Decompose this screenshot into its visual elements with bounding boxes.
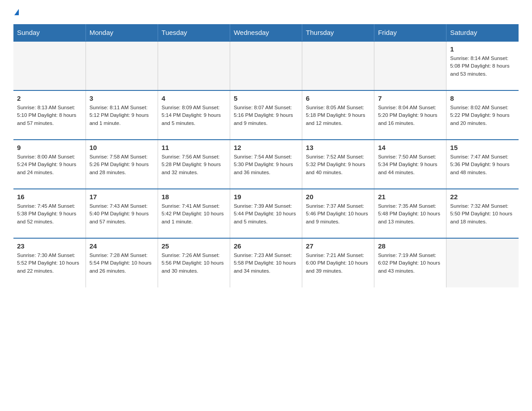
- page-header: [13, 9, 519, 15]
- day-number: 8: [450, 94, 515, 102]
- weekday-header-friday: Friday: [374, 24, 446, 41]
- day-number: 23: [17, 242, 82, 250]
- calendar-cell: 9Sunrise: 8:00 AM Sunset: 5:24 PM Daylig…: [13, 140, 86, 189]
- logo-triangle-icon: [14, 9, 19, 15]
- day-number: 11: [162, 144, 226, 151]
- day-number: 20: [306, 193, 370, 201]
- calendar-cell: [374, 41, 446, 90]
- calendar-cell: [86, 41, 158, 90]
- day-info: Sunrise: 7:56 AM Sunset: 5:28 PM Dayligh…: [162, 153, 226, 176]
- calendar-cell: 7Sunrise: 8:04 AM Sunset: 5:20 PM Daylig…: [374, 90, 446, 140]
- calendar-cell: [446, 238, 519, 287]
- day-number: 19: [234, 193, 298, 201]
- calendar-cell: 5Sunrise: 8:07 AM Sunset: 5:16 PM Daylig…: [230, 90, 302, 140]
- calendar-cell: 24Sunrise: 7:28 AM Sunset: 5:54 PM Dayli…: [86, 238, 158, 287]
- calendar-week-2: 2Sunrise: 8:13 AM Sunset: 5:10 PM Daylig…: [13, 90, 519, 140]
- day-number: 14: [378, 144, 442, 151]
- calendar-cell: 15Sunrise: 7:47 AM Sunset: 5:36 PM Dayli…: [446, 140, 519, 189]
- calendar-cell: 20Sunrise: 7:37 AM Sunset: 5:46 PM Dayli…: [302, 189, 374, 238]
- day-info: Sunrise: 7:52 AM Sunset: 5:32 PM Dayligh…: [306, 153, 370, 176]
- weekday-header-monday: Monday: [86, 24, 158, 41]
- calendar-cell: 19Sunrise: 7:39 AM Sunset: 5:44 PM Dayli…: [230, 189, 302, 238]
- day-info: Sunrise: 7:47 AM Sunset: 5:36 PM Dayligh…: [450, 153, 515, 176]
- day-number: 9: [17, 144, 82, 151]
- day-number: 24: [90, 242, 154, 250]
- day-number: 17: [90, 193, 154, 201]
- day-info: Sunrise: 7:43 AM Sunset: 5:40 PM Dayligh…: [90, 202, 154, 226]
- calendar-cell: 12Sunrise: 7:54 AM Sunset: 5:30 PM Dayli…: [230, 140, 302, 189]
- day-number: 27: [306, 242, 370, 250]
- day-number: 13: [306, 144, 370, 151]
- day-number: 5: [234, 94, 298, 102]
- calendar-week-1: 1Sunrise: 8:14 AM Sunset: 5:08 PM Daylig…: [13, 41, 519, 90]
- calendar-cell: 17Sunrise: 7:43 AM Sunset: 5:40 PM Dayli…: [86, 189, 158, 238]
- day-number: 3: [90, 94, 154, 102]
- weekday-header-thursday: Thursday: [302, 24, 374, 41]
- weekday-header-sunday: Sunday: [13, 24, 86, 41]
- logo: [13, 9, 19, 15]
- day-number: 1: [450, 45, 515, 53]
- calendar-cell: 14Sunrise: 7:50 AM Sunset: 5:34 PM Dayli…: [374, 140, 446, 189]
- calendar-cell: [13, 41, 86, 90]
- day-info: Sunrise: 7:19 AM Sunset: 6:02 PM Dayligh…: [378, 252, 442, 275]
- day-info: Sunrise: 8:02 AM Sunset: 5:22 PM Dayligh…: [450, 104, 515, 127]
- day-info: Sunrise: 7:37 AM Sunset: 5:46 PM Dayligh…: [306, 202, 370, 226]
- weekday-header-wednesday: Wednesday: [230, 24, 302, 41]
- calendar-cell: 27Sunrise: 7:21 AM Sunset: 6:00 PM Dayli…: [302, 238, 374, 287]
- day-number: 28: [378, 242, 442, 250]
- calendar-cell: 25Sunrise: 7:26 AM Sunset: 5:56 PM Dayli…: [158, 238, 230, 287]
- day-info: Sunrise: 7:39 AM Sunset: 5:44 PM Dayligh…: [234, 202, 298, 226]
- day-number: 2: [17, 94, 82, 102]
- calendar-cell: 21Sunrise: 7:35 AM Sunset: 5:48 PM Dayli…: [374, 189, 446, 238]
- day-number: 10: [90, 144, 154, 151]
- calendar-body: 1Sunrise: 8:14 AM Sunset: 5:08 PM Daylig…: [13, 41, 519, 287]
- day-info: Sunrise: 7:30 AM Sunset: 5:52 PM Dayligh…: [17, 252, 82, 275]
- day-info: Sunrise: 7:21 AM Sunset: 6:00 PM Dayligh…: [306, 252, 370, 275]
- calendar-header: SundayMondayTuesdayWednesdayThursdayFrid…: [13, 24, 519, 41]
- day-number: 21: [378, 193, 442, 201]
- day-info: Sunrise: 8:00 AM Sunset: 5:24 PM Dayligh…: [17, 153, 82, 176]
- day-number: 4: [162, 94, 226, 102]
- day-info: Sunrise: 7:54 AM Sunset: 5:30 PM Dayligh…: [234, 153, 298, 176]
- calendar-cell: 23Sunrise: 7:30 AM Sunset: 5:52 PM Dayli…: [13, 238, 86, 287]
- day-number: 7: [378, 94, 442, 102]
- calendar-cell: 11Sunrise: 7:56 AM Sunset: 5:28 PM Dayli…: [158, 140, 230, 189]
- calendar-cell: 3Sunrise: 8:11 AM Sunset: 5:12 PM Daylig…: [86, 90, 158, 140]
- day-info: Sunrise: 7:26 AM Sunset: 5:56 PM Dayligh…: [162, 252, 226, 275]
- day-info: Sunrise: 8:04 AM Sunset: 5:20 PM Dayligh…: [378, 104, 442, 127]
- day-number: 16: [17, 193, 82, 201]
- day-info: Sunrise: 7:23 AM Sunset: 5:58 PM Dayligh…: [234, 252, 298, 275]
- weekday-header-row: SundayMondayTuesdayWednesdayThursdayFrid…: [13, 24, 519, 41]
- calendar-cell: 28Sunrise: 7:19 AM Sunset: 6:02 PM Dayli…: [374, 238, 446, 287]
- calendar-cell: 2Sunrise: 8:13 AM Sunset: 5:10 PM Daylig…: [13, 90, 86, 140]
- day-info: Sunrise: 8:14 AM Sunset: 5:08 PM Dayligh…: [450, 55, 515, 78]
- calendar-week-5: 23Sunrise: 7:30 AM Sunset: 5:52 PM Dayli…: [13, 238, 519, 287]
- day-number: 15: [450, 144, 515, 151]
- day-info: Sunrise: 7:45 AM Sunset: 5:38 PM Dayligh…: [17, 202, 82, 226]
- calendar-cell: [302, 41, 374, 90]
- day-info: Sunrise: 8:13 AM Sunset: 5:10 PM Dayligh…: [17, 104, 82, 127]
- day-info: Sunrise: 8:07 AM Sunset: 5:16 PM Dayligh…: [234, 104, 298, 127]
- day-number: 25: [162, 242, 226, 250]
- day-info: Sunrise: 7:32 AM Sunset: 5:50 PM Dayligh…: [450, 202, 515, 226]
- calendar-cell: 4Sunrise: 8:09 AM Sunset: 5:14 PM Daylig…: [158, 90, 230, 140]
- calendar-cell: 6Sunrise: 8:05 AM Sunset: 5:18 PM Daylig…: [302, 90, 374, 140]
- day-number: 12: [234, 144, 298, 151]
- day-number: 26: [234, 242, 298, 250]
- calendar-cell: [158, 41, 230, 90]
- calendar-week-4: 16Sunrise: 7:45 AM Sunset: 5:38 PM Dayli…: [13, 189, 519, 238]
- calendar-cell: [230, 41, 302, 90]
- weekday-header-tuesday: Tuesday: [158, 24, 230, 41]
- calendar-cell: 8Sunrise: 8:02 AM Sunset: 5:22 PM Daylig…: [446, 90, 519, 140]
- calendar-cell: 26Sunrise: 7:23 AM Sunset: 5:58 PM Dayli…: [230, 238, 302, 287]
- calendar-cell: 1Sunrise: 8:14 AM Sunset: 5:08 PM Daylig…: [446, 41, 519, 90]
- calendar-cell: 18Sunrise: 7:41 AM Sunset: 5:42 PM Dayli…: [158, 189, 230, 238]
- day-number: 18: [162, 193, 226, 201]
- day-info: Sunrise: 7:28 AM Sunset: 5:54 PM Dayligh…: [90, 252, 154, 275]
- day-info: Sunrise: 7:35 AM Sunset: 5:48 PM Dayligh…: [378, 202, 442, 226]
- day-number: 22: [450, 193, 515, 201]
- weekday-header-saturday: Saturday: [446, 24, 519, 41]
- calendar-week-3: 9Sunrise: 8:00 AM Sunset: 5:24 PM Daylig…: [13, 140, 519, 189]
- calendar-cell: 16Sunrise: 7:45 AM Sunset: 5:38 PM Dayli…: [13, 189, 86, 238]
- day-info: Sunrise: 8:11 AM Sunset: 5:12 PM Dayligh…: [90, 104, 154, 127]
